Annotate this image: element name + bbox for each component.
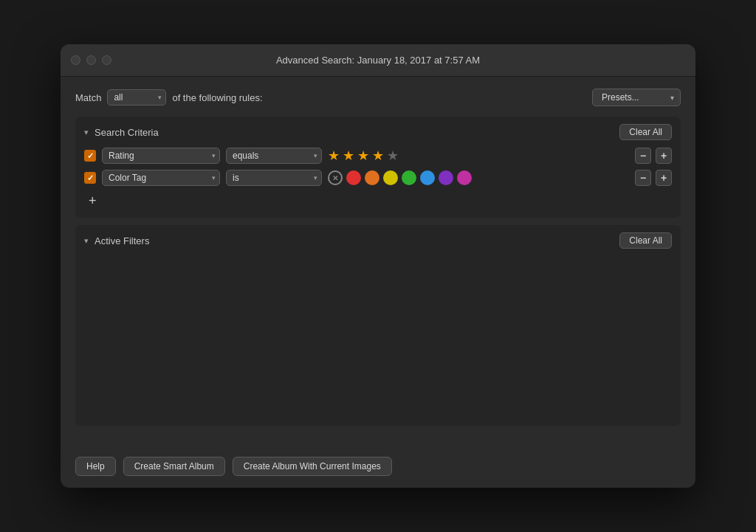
minimize-button[interactable]: [86, 55, 96, 65]
window-content: Match all any none ▾ of the following ru…: [61, 77, 695, 448]
active-filters-title: Active Filters: [94, 235, 149, 246]
active-filters-collapse-icon[interactable]: ▾: [84, 236, 89, 246]
rule-color-add-remove: − +: [635, 170, 672, 186]
advanced-search-window: Advanced Search: January 18, 2017 at 7:5…: [61, 44, 695, 488]
rule-rating-add-button[interactable]: +: [656, 148, 672, 164]
maximize-button[interactable]: [102, 55, 111, 65]
color-dot-yellow[interactable]: [383, 170, 398, 185]
presets-label: Presets...: [602, 92, 639, 103]
rule-color-dots: [328, 170, 472, 185]
presets-wrapper: Presets... ▾: [592, 89, 681, 106]
match-select[interactable]: all any none: [107, 89, 166, 106]
rule-rating-add-remove: − +: [635, 148, 672, 164]
add-rule-row: +: [84, 192, 672, 210]
search-criteria-section: ▾ Search Criteria Clear All Rating Color…: [75, 117, 681, 218]
rule-color-field-wrapper[interactable]: Rating Color Tag Date Keyword ▾: [102, 170, 220, 186]
titlebar: Advanced Search: January 18, 2017 at 7:5…: [61, 44, 695, 77]
search-criteria-header-left: ▾ Search Criteria: [84, 127, 159, 138]
star-2-icon[interactable]: ★: [343, 148, 354, 164]
add-rule-button[interactable]: +: [84, 192, 101, 210]
match-label: Match: [75, 92, 101, 103]
rule-rating-operator-wrapper[interactable]: equals is not is less than is greater th…: [226, 148, 322, 164]
color-dot-red[interactable]: [346, 170, 361, 185]
window-title: Advanced Search: January 18, 2017 at 7:5…: [276, 55, 480, 66]
star-5-icon[interactable]: ★: [387, 148, 399, 164]
rule-color-field-select[interactable]: Rating Color Tag Date Keyword: [102, 170, 220, 186]
color-dot-magenta[interactable]: [457, 170, 472, 185]
search-criteria-title: Search Criteria: [94, 127, 159, 138]
color-dot-purple[interactable]: [439, 170, 453, 185]
rule-row-rating: Rating Color Tag Date Keyword ▾ equals i…: [84, 148, 672, 164]
active-filters-header-left: ▾ Active Filters: [84, 235, 149, 246]
rule-rating-checkbox[interactable]: [84, 150, 96, 162]
active-filters-section: ▾ Active Filters Clear All: [75, 225, 681, 426]
rule-rating-stars[interactable]: ★ ★ ★ ★ ★: [328, 148, 399, 164]
presets-button[interactable]: Presets... ▾: [592, 89, 681, 106]
rule-color-add-button[interactable]: +: [656, 170, 672, 186]
rule-rating-remove-button[interactable]: −: [635, 148, 651, 164]
rule-color-operator-wrapper[interactable]: is is not ▾: [226, 170, 322, 186]
match-row: Match all any none ▾ of the following ru…: [75, 89, 681, 106]
color-dot-blue[interactable]: [420, 170, 435, 185]
color-dot-green[interactable]: [402, 170, 416, 185]
footer: Help Create Smart Album Create Album Wit…: [61, 448, 695, 488]
rule-color-remove-button[interactable]: −: [635, 170, 651, 186]
active-filters-body: [84, 256, 672, 418]
rule-rating-field-wrapper[interactable]: Rating Color Tag Date Keyword ▾: [102, 148, 220, 164]
search-criteria-collapse-icon[interactable]: ▾: [84, 128, 89, 137]
rule-color-checkbox[interactable]: [84, 172, 96, 184]
close-button[interactable]: [71, 55, 80, 65]
traffic-lights: [71, 55, 111, 65]
match-rest-label: of the following rules:: [172, 92, 262, 103]
rule-color-operator-select[interactable]: is is not: [226, 170, 322, 186]
search-criteria-header: ▾ Search Criteria Clear All: [84, 124, 672, 140]
star-3-icon[interactable]: ★: [357, 148, 369, 164]
active-filters-clear-all-button[interactable]: Clear All: [619, 232, 672, 249]
star-4-icon[interactable]: ★: [372, 148, 384, 164]
rule-row-color: Rating Color Tag Date Keyword ▾ is is no…: [84, 170, 672, 186]
help-button[interactable]: Help: [75, 457, 116, 476]
color-dot-orange[interactable]: [365, 170, 379, 185]
rule-rating-operator-select[interactable]: equals is not is less than is greater th…: [226, 148, 322, 164]
rule-rating-field-select[interactable]: Rating Color Tag Date Keyword: [102, 148, 220, 164]
search-criteria-clear-all-button[interactable]: Clear All: [619, 124, 672, 140]
presets-chevron-icon: ▾: [670, 94, 674, 102]
active-filters-header: ▾ Active Filters Clear All: [84, 232, 672, 249]
match-select-wrapper[interactable]: all any none ▾: [107, 89, 166, 106]
color-dot-none[interactable]: [328, 170, 343, 185]
create-smart-album-button[interactable]: Create Smart Album: [123, 457, 225, 476]
star-1-icon[interactable]: ★: [328, 148, 340, 164]
create-album-current-button[interactable]: Create Album With Current Images: [233, 457, 392, 476]
